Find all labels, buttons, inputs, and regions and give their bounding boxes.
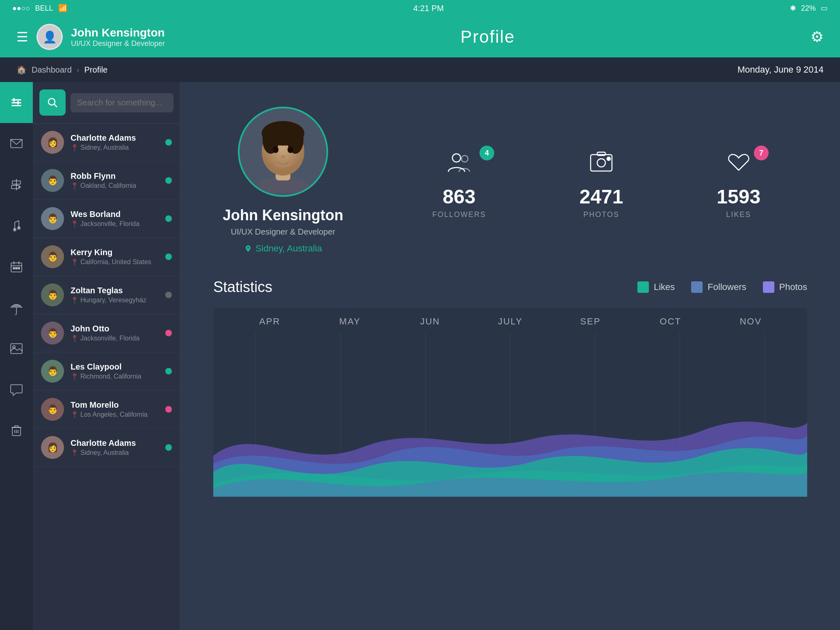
battery-icon: ▭	[821, 4, 828, 13]
status-left: ●●○○ BELL 📶	[12, 4, 67, 13]
carrier: BELL	[35, 4, 53, 13]
followers-badge: 4	[479, 146, 494, 160]
sidebar-item-chat[interactable]	[0, 369, 33, 410]
status-time: 4:21 PM	[413, 4, 444, 13]
search-box	[33, 82, 180, 123]
breadcrumb-separator: ›	[77, 65, 80, 75]
contact-name-7: Tom Morello	[71, 400, 159, 410]
sidebar-item-trash[interactable]	[0, 410, 33, 451]
legend-label-followers: Followers	[708, 282, 746, 292]
search-input[interactable]	[77, 98, 167, 107]
user-role: UI/UX Designer & Developer	[71, 39, 165, 48]
svg-point-42	[452, 154, 461, 162]
contact-avatar-1: 👨	[41, 169, 64, 192]
svg-point-30	[48, 98, 55, 105]
contact-info-8: Charlotte Adams 📍 Sidney, Australia	[71, 438, 159, 457]
contact-item-2[interactable]: 👨 Wes Borland 📍 Jacksonville, Florida	[33, 200, 180, 238]
wifi-icon: 📶	[58, 4, 67, 13]
breadcrumb: 🏠 Dashboard › Profile Monday, June 9 201…	[0, 57, 840, 82]
contact-name-4: Zoltan Teglas	[71, 286, 159, 295]
contact-avatar-7: 👨	[41, 398, 64, 421]
location-icon-1: 📍	[71, 182, 79, 190]
home-icon[interactable]: 🏠	[16, 65, 27, 75]
contact-item-5[interactable]: 👨 John Otto 📍 Jacksonville, Florida	[33, 314, 180, 352]
svg-rect-0	[11, 99, 21, 100]
sidebar-item-calendar[interactable]	[0, 246, 33, 287]
svg-point-45	[597, 159, 605, 167]
svg-point-13	[13, 228, 16, 231]
likes-badge: 7	[754, 146, 769, 160]
contact-name-3: Kerry King	[71, 248, 159, 257]
sidebar-item-umbrella[interactable]	[0, 287, 33, 328]
contact-info-6: Les Claypool 📍 Richmond, California	[71, 362, 159, 381]
header-left: ☰ 👤 John Kensington UI/UX Designer & Dev…	[16, 24, 165, 50]
sidebar-item-image[interactable]	[0, 328, 33, 369]
svg-rect-21	[18, 267, 20, 269]
header: ☰ 👤 John Kensington UI/UX Designer & Dev…	[0, 16, 840, 57]
contact-status-1	[165, 177, 172, 184]
legend-color-likes	[637, 281, 649, 293]
user-name: John Kensington	[71, 26, 165, 39]
sidebar-item-mail[interactable]	[0, 123, 33, 164]
svg-line-31	[54, 104, 57, 107]
svg-point-41	[275, 161, 291, 167]
user-info: John Kensington UI/UX Designer & Develop…	[71, 26, 165, 48]
svg-rect-46	[597, 152, 605, 155]
contact-status-3	[165, 253, 172, 260]
search-icon-button[interactable]	[39, 89, 66, 116]
profile-location: Sidney, Australia	[244, 243, 322, 254]
contact-name-8: Charlotte Adams	[71, 438, 159, 448]
contact-location-1: 📍 Oakland, California	[71, 182, 159, 190]
contact-avatar-0: 👩	[41, 131, 64, 154]
location-icon-7: 📍	[71, 411, 79, 419]
sidebar-item-music[interactable]	[0, 205, 33, 246]
sidebar-icons	[0, 82, 33, 630]
chart-container: APR MAY JUN JULY SEP OCT NOV	[213, 308, 807, 497]
photos-icon	[580, 150, 623, 179]
sidebar-item-signpost[interactable]	[0, 164, 33, 205]
sidebar-item-sliders[interactable]	[0, 82, 33, 123]
contact-name-0: Charlotte Adams	[71, 133, 159, 143]
contact-item-1[interactable]: 👨 Robb Flynn 📍 Oakland, California	[33, 162, 180, 200]
month-oct: OCT	[630, 316, 710, 327]
contact-item-4[interactable]: 👨 Zoltan Teglas 📍 Hungary, Veresegyház	[33, 276, 180, 314]
user-avatar: 👤	[37, 24, 63, 50]
stat-followers: 4 863 FOLLOWERS	[432, 150, 486, 219]
contact-location-8: 📍 Sidney, Australia	[71, 449, 159, 457]
search-input-wrap[interactable]	[71, 93, 173, 112]
contact-avatar-2: 👨	[41, 207, 64, 230]
profile-role: UI/UX Designer & Developer	[231, 227, 336, 237]
contact-item-8[interactable]: 👩 Charlotte Adams 📍 Sidney, Australia	[33, 429, 180, 467]
contact-location-4: 📍 Hungary, Veresegyház	[71, 297, 159, 304]
contact-item-6[interactable]: 👨 Les Claypool 📍 Richmond, California	[33, 352, 180, 390]
location-icon-4: 📍	[71, 297, 79, 304]
contact-location-5: 📍 Jacksonville, Florida	[71, 335, 159, 342]
photos-count: 2471	[580, 185, 623, 208]
location-icon-6: 📍	[71, 373, 79, 381]
location-text: Sidney, Australia	[256, 243, 322, 254]
contact-info-1: Robb Flynn 📍 Oakland, California	[71, 171, 159, 190]
contact-item-7[interactable]: 👨 Tom Morello 📍 Los Angeles, California	[33, 390, 180, 429]
contact-avatar-6: 👨	[41, 360, 64, 383]
contact-item-3[interactable]: 👨 Kerry King 📍 California, United States	[33, 238, 180, 276]
svg-point-39	[288, 146, 293, 153]
menu-button[interactable]: ☰	[16, 29, 28, 45]
location-icon-8: 📍	[71, 449, 79, 457]
legend-likes: Likes	[637, 281, 675, 293]
stats-header: Statistics Likes Followers Photos	[213, 278, 807, 296]
svg-rect-3	[13, 98, 15, 102]
location-icon-0: 📍	[71, 144, 79, 152]
contact-location-2: 📍 Jacksonville, Florida	[71, 220, 159, 228]
breadcrumb-home[interactable]: Dashboard	[32, 65, 72, 75]
contact-item-0[interactable]: 👩 Charlotte Adams 📍 Sidney, Australia	[33, 123, 180, 162]
stats-title: Statistics	[213, 278, 272, 296]
contact-list: 👩 Charlotte Adams 📍 Sidney, Australia 👨 …	[33, 82, 180, 630]
location-icon-2: 📍	[71, 220, 79, 228]
contact-status-8	[165, 444, 172, 451]
chart-waves	[213, 341, 807, 497]
legend-photos: Photos	[763, 281, 808, 293]
settings-button[interactable]: ⚙	[810, 28, 824, 46]
page-title: Profile	[461, 27, 515, 47]
stat-photos: 2471 PHOTOS	[580, 150, 623, 219]
chart-legend: Likes Followers Photos	[637, 281, 807, 293]
